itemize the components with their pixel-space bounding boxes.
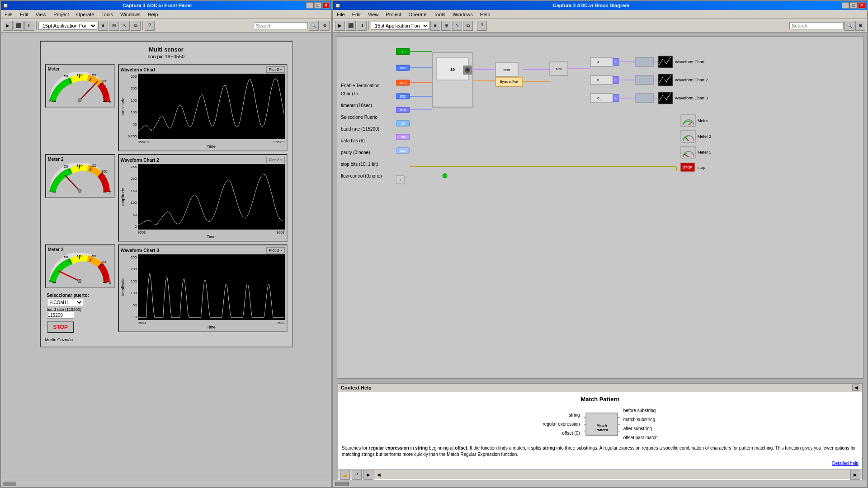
detailed-help-link[interactable]: Detailed help <box>832 461 859 466</box>
bd-toolbar-extra2[interactable]: ⤡ <box>452 21 462 31</box>
bd-menu-file[interactable]: File <box>335 11 347 18</box>
bd-menu-tools[interactable]: Tools <box>432 11 447 18</box>
toolbar-search-btn[interactable]: 🔍 <box>309 21 319 31</box>
panel-subtitle: con pic 18F4550 <box>45 54 288 59</box>
bd-toolbar-stop[interactable]: ⬛ <box>346 21 356 31</box>
maximize-button[interactable]: □ <box>314 2 321 9</box>
svg-text:C...: C... <box>597 97 602 100</box>
chart1-plot-btn[interactable]: Plot 0 ~ <box>266 66 284 73</box>
svg-text:Bytes at Port: Bytes at Port <box>500 80 518 84</box>
bd-minimize-button[interactable]: _ <box>842 2 849 9</box>
help-description: Searches for regular expression in strin… <box>342 445 859 458</box>
bd-toolbar-search-btn[interactable]: 🔍 <box>844 21 854 31</box>
font-selector[interactable]: 15pt Application Font <box>38 22 97 30</box>
svg-text:100: 100 <box>76 254 83 258</box>
toolbar-extra[interactable]: ⚙ <box>320 21 330 31</box>
help-btn-collapse[interactable]: ▶ <box>850 470 860 480</box>
toolbar-reorder[interactable]: ⧉ <box>131 21 141 31</box>
meter2-box: Meter 2 0 50 <box>45 154 115 198</box>
bd-toolbar-view[interactable]: ⚙ <box>855 21 865 31</box>
bd-menu-help[interactable]: Help <box>478 11 492 18</box>
close-button[interactable]: ✕ <box>322 2 330 9</box>
toolbar-help[interactable]: ? <box>145 21 155 31</box>
chart3-waveform <box>138 254 285 320</box>
row-meter2-chart2: Meter 2 0 50 <box>45 154 288 242</box>
help-btn-question[interactable]: ? <box>352 470 362 480</box>
help-label-before: before substring <box>623 406 658 415</box>
toolbar-align[interactable]: ≡ <box>98 21 108 31</box>
menu-operate[interactable]: Operate <box>75 11 96 18</box>
menu-file[interactable]: File <box>3 11 14 18</box>
toolbar-pause[interactable]: ⏸ <box>24 21 34 31</box>
bd-toolbar-extra1[interactable]: ⊞ <box>441 21 451 31</box>
chart3-inner: Amplitude 255 200 150 100 50 0 <box>121 254 285 329</box>
svg-text:B7U: B7U <box>400 81 406 84</box>
svg-text:1: 1 <box>615 97 617 100</box>
row-meter3-chart3: Meter 3 <box>45 244 288 335</box>
chart1-box: Waveform Chart Plot 0 ~ Amplitude 255 20… <box>118 64 288 151</box>
help-btn-lock[interactable]: 🔒 <box>340 470 350 480</box>
chart2-waveform <box>138 164 285 230</box>
help-btn-forward[interactable]: ▶ <box>363 470 373 480</box>
chart1-time: Time <box>138 144 285 149</box>
help-collapse-btn[interactable]: ◀ <box>852 385 859 391</box>
minimize-button[interactable]: _ <box>306 2 313 9</box>
svg-text:255: 255 <box>109 100 111 104</box>
front-panel-scrollbar-h[interactable] <box>1 480 331 487</box>
bd-toolbar-help[interactable]: ? <box>477 21 487 31</box>
svg-text:func: func <box>556 67 562 70</box>
toolbar-run[interactable]: ▶ <box>3 21 13 31</box>
front-panel-content: Multi sensor con pic 18F4550 Meter <box>1 33 331 480</box>
menu-edit[interactable]: Edit <box>18 11 30 18</box>
chart1-ylabels: 255 200 150 100 50 0.255 <box>125 74 138 139</box>
block-diagram-titlebar: 🔲 Captura 3 ADC.vi Block Diagram _ □ ✕ <box>333 1 867 10</box>
bd-toolbar-pause[interactable]: ⏸ <box>357 21 367 31</box>
svg-text:D32: D32 <box>400 95 406 98</box>
bd-close-button[interactable]: ✕ <box>858 2 865 9</box>
block-diagram-search[interactable] <box>789 22 844 29</box>
help-footer: 🔒 ? ▶ ◀ ▶ <box>338 469 862 479</box>
bd-menu-windows[interactable]: Windows <box>451 11 475 18</box>
svg-text:U8: U8 <box>401 136 405 139</box>
svg-rect-93 <box>636 75 654 84</box>
bd-maximize-button[interactable]: □ <box>850 2 857 9</box>
svg-text:1: 1 <box>615 61 617 64</box>
svg-text:Waveform Chart 2: Waveform Chart 2 <box>675 78 708 82</box>
panel-title: Multi sensor <box>45 46 288 53</box>
toolbar-stop[interactable]: ⬛ <box>14 21 24 31</box>
chart2-amplitude: Amplitude <box>121 164 125 230</box>
chart3-plot-btn[interactable]: Plot 3 ~ <box>266 247 284 253</box>
svg-line-40 <box>59 271 80 281</box>
baud-rate-input[interactable] <box>47 312 74 319</box>
bd-menu-view[interactable]: View <box>366 11 381 18</box>
menu-help[interactable]: Help <box>146 11 160 18</box>
instrument-panel: Multi sensor con pic 18F4550 Meter <box>40 41 293 347</box>
bd-toolbar-run[interactable]: ▶ <box>335 21 345 31</box>
diagram-scrollbar-h[interactable] <box>333 480 867 487</box>
front-panel-search[interactable] <box>254 22 308 29</box>
block-diagram-svg: T D32 B7U D32 U16 I16 U8 <box>396 40 854 375</box>
menu-windows[interactable]: Windows <box>118 11 142 18</box>
menu-project[interactable]: Project <box>52 11 71 18</box>
toolbar-distribute[interactable]: ⊞ <box>109 21 119 31</box>
chart2-plot-btn[interactable]: Plot 2 ~ <box>266 157 284 163</box>
svg-text:STOP: STOP <box>683 165 693 169</box>
menu-tools[interactable]: Tools <box>99 11 115 18</box>
menu-view[interactable]: View <box>34 11 48 18</box>
com-port-select[interactable]: %COM11 <box>47 299 83 306</box>
svg-text:Match: Match <box>596 423 607 427</box>
help-label-string: string <box>542 411 580 420</box>
bd-toolbar-align[interactable]: ≡ <box>430 21 440 31</box>
bd-menu-project[interactable]: Project <box>384 11 403 18</box>
chart3-time: Time <box>138 325 285 329</box>
toolbar-resize[interactable]: ⤡ <box>120 21 130 31</box>
svg-text:255: 255 <box>109 281 111 285</box>
bd-toolbar-extra3[interactable]: ⧉ <box>463 21 473 31</box>
chart2-time: Time <box>138 235 285 239</box>
svg-text:50: 50 <box>64 74 68 78</box>
bd-menu-edit[interactable]: Edit <box>350 11 363 18</box>
bd-menu-operate[interactable]: Operate <box>407 11 429 18</box>
bd-font-selector[interactable]: 15pt Application Font <box>371 22 429 30</box>
help-label-regexp: regular expression <box>542 420 580 429</box>
stop-button[interactable]: STOP <box>47 321 74 333</box>
